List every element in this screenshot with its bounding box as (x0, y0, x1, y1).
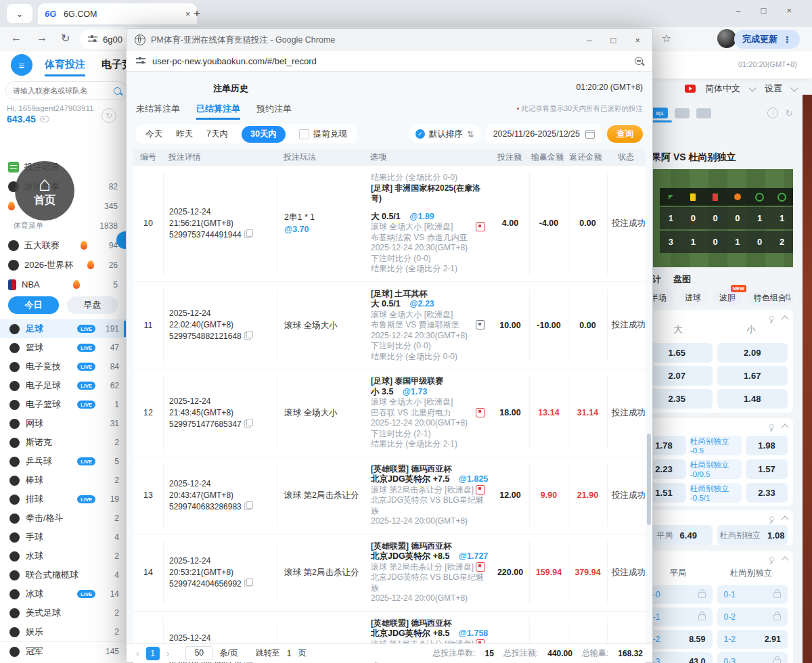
sidebar-sport-item[interactable]: 拳击/格斗 2 (0, 509, 126, 528)
sidebar-sport-item[interactable]: 电子篮球 LIVE 1 (0, 395, 126, 414)
bookmark-star-icon[interactable]: ☆ (662, 32, 671, 45)
copy-icon[interactable] (244, 332, 251, 340)
early-market-button[interactable]: 早盘 (67, 296, 118, 314)
refresh-balance-icon[interactable]: ↻ (102, 108, 116, 123)
pin-icon[interactable] (769, 557, 774, 562)
sidebar-sport-item[interactable]: 电子竞技 LIVE 84 (0, 357, 126, 376)
sidebar-menu-item[interactable]: 五大联赛 94 (0, 235, 126, 255)
sidebar-sport-item[interactable]: 乒乓球 LIVE 5 (0, 452, 126, 471)
popup-title-bar[interactable]: PM体育-亚洲在线体育竞猜投注 - Google Chrome – □ × (127, 29, 652, 51)
sidebar-menu-item[interactable]: NBA 5 (0, 275, 126, 294)
tab-search-chevron-icon[interactable]: ⌄ (7, 4, 32, 23)
maximize-icon[interactable]: □ (761, 5, 767, 16)
current-page[interactable]: 1 (146, 647, 160, 660)
close-icon[interactable]: × (635, 35, 640, 45)
filter-7days[interactable]: 7天内 (206, 129, 228, 140)
score-odds-button[interactable]: 0-1 (717, 585, 788, 604)
sidebar-sport-item[interactable]: 电子足球 LIVE 62 (0, 376, 126, 395)
match-tracker-icon[interactable] (476, 408, 485, 417)
tab-settled[interactable]: 已结算注单 (196, 103, 240, 120)
tab-reserved[interactable]: 预约注单 (256, 103, 292, 115)
match-tracker-icon[interactable] (476, 562, 485, 572)
eye-icon[interactable] (40, 116, 49, 122)
sidebar-sport-item[interactable]: 冰球 LIVE 14 (0, 585, 126, 603)
chrome-update-button[interactable]: 完成更新 ⋮ (734, 30, 800, 49)
minimize-icon[interactable]: – (736, 5, 740, 16)
collapse-icon[interactable] (781, 556, 788, 564)
sidebar-sport-item[interactable]: 水球 2 (0, 547, 126, 566)
handicap-label[interactable]: 杜尚别独立 -0.5/1 (690, 483, 742, 503)
match-tracker-icon[interactable] (476, 320, 485, 329)
copy-icon[interactable] (244, 420, 251, 428)
search-button[interactable]: 查询 (607, 125, 643, 143)
market-pill[interactable]: 波胆 NEW (713, 290, 742, 306)
popup-address-bar[interactable]: user-pc-new.youbaokun.com/#/bet_record (127, 51, 652, 72)
sidebar-sport-item[interactable]: 美式足球 2 (0, 603, 126, 622)
sidebar-sport-item[interactable]: 足球 LIVE 191 (0, 319, 126, 338)
sort-dropdown[interactable]: ✓ 默认排序 ⇅ (409, 124, 481, 143)
under-odds-button[interactable]: 1.48 (717, 389, 788, 409)
tab-close-icon[interactable]: × (185, 9, 190, 19)
filter-30days[interactable]: 30天内 (242, 126, 286, 143)
new-tab-button[interactable]: + (194, 7, 200, 20)
handicap-label[interactable]: 杜尚别独立 -0.5 (690, 436, 742, 455)
handicap-label[interactable]: 杜尚别独立 -0/0.5 (690, 459, 742, 479)
away-odds-button[interactable]: 1.98 (746, 436, 788, 455)
collapse-icon[interactable] (781, 424, 788, 431)
sidebar-sport-item[interactable]: 篮球 LIVE 47 (0, 338, 126, 357)
tab-scoreboard[interactable]: 0|1 (652, 108, 668, 118)
date-range-picker[interactable]: 2025/11/26-2025/12/25 (487, 124, 602, 143)
cashout-filter[interactable]: 提前兑现 (299, 129, 347, 140)
today-button[interactable]: 今日 (8, 296, 59, 314)
copy-icon[interactable] (244, 503, 251, 510)
match-tracker-icon[interactable] (476, 485, 485, 495)
jump-page-value[interactable]: 1 (287, 649, 292, 658)
hamburger-menu-icon[interactable]: ≡ (11, 54, 32, 76)
search-input[interactable] (12, 86, 114, 95)
page-size-input[interactable]: 50 (185, 646, 212, 660)
away-odds-button[interactable]: 杜尚别独立 1.08 (717, 525, 788, 545)
sidebar-sport-item[interactable]: 手球 4 (0, 528, 126, 547)
copy-icon[interactable] (244, 580, 251, 587)
tab-animation[interactable] (675, 108, 690, 118)
tab-unsettled[interactable]: 未结算注单 (136, 103, 180, 115)
kebab-menu-icon[interactable]: ⋮ (783, 35, 792, 45)
match-tracker-icon[interactable] (476, 222, 485, 231)
pin-icon[interactable] (769, 316, 774, 321)
sidebar-sport-item[interactable]: 棒球 2 (0, 471, 126, 490)
market-pill[interactable]: 进球 (678, 290, 708, 306)
floating-home-button[interactable]: ⌂ 首页 (15, 161, 74, 221)
tab-video[interactable] (696, 108, 711, 118)
away-odds-button[interactable]: 1.57 (746, 459, 788, 479)
minimize-icon[interactable]: – (587, 35, 591, 45)
nav-sports-betting[interactable]: 体育投注 (45, 58, 85, 76)
sidebar-sport-item[interactable]: 网球 31 (0, 414, 126, 433)
next-page-icon[interactable]: › (166, 648, 170, 659)
collapse-icon[interactable] (781, 516, 788, 523)
under-odds-button[interactable]: 2.09 (717, 343, 788, 363)
tab-market[interactable]: 盘图 (673, 273, 691, 285)
away-odds-button[interactable]: 2.33 (746, 483, 788, 503)
maximize-icon[interactable]: □ (611, 35, 616, 45)
reload-icon[interactable]: ↻ (61, 32, 70, 45)
collapse-icon[interactable] (781, 315, 788, 323)
sidebar-sport-item[interactable]: 娱乐 2 (0, 622, 126, 641)
close-icon[interactable]: × (786, 5, 792, 16)
pin-icon[interactable] (769, 516, 774, 521)
league-search[interactable] (5, 81, 127, 100)
sidebar-menu-item[interactable]: 2026-世界杯 26 (0, 255, 126, 275)
pin-icon[interactable] (769, 424, 774, 429)
sidebar-sport-item[interactable]: 联合式橄榄球 4 (0, 566, 126, 585)
sidebar-sport-item[interactable]: 排球 LIVE 19 (0, 490, 126, 509)
browser-tab[interactable]: 6G 6G.COM × (38, 3, 197, 24)
filter-yesterday[interactable]: 昨天 (176, 129, 193, 140)
zoom-icon[interactable] (635, 57, 643, 65)
back-icon[interactable]: ← (11, 32, 22, 44)
score-odds-button[interactable]: 0-3 (717, 652, 788, 663)
forward-icon[interactable]: → (37, 32, 47, 44)
sidebar-sport-item[interactable]: 斯诺克 2 (0, 433, 126, 452)
prev-page-icon[interactable]: ‹ (136, 648, 139, 659)
filter-today[interactable]: 今天 (145, 129, 162, 140)
popup-scrollbar-thumb[interactable] (647, 434, 651, 525)
profile-avatar[interactable] (717, 29, 736, 48)
